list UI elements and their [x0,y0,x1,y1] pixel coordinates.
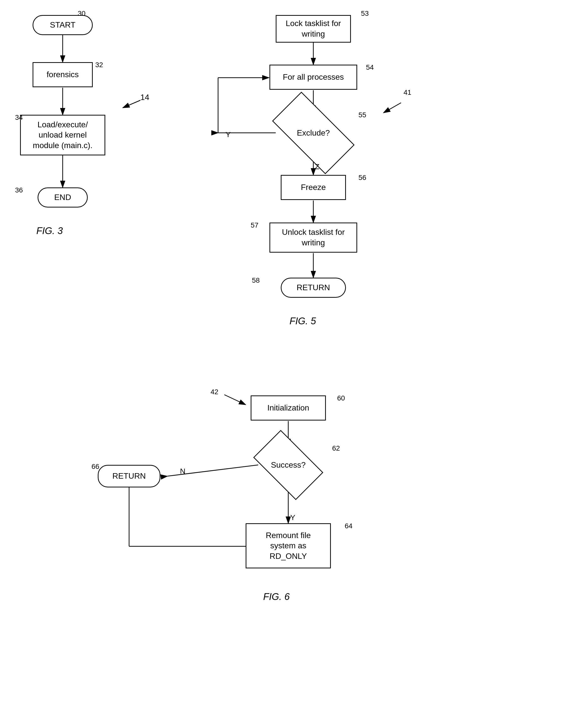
fig5-return-node: RETURN [281,278,346,298]
fig6-label-Y: Y [290,513,295,522]
fig6-return-node: RETURN [98,465,160,487]
fig3-start-label: START [50,20,75,30]
fig5-label-Y: Y [226,130,231,139]
fig5-lock-label: Lock tasklist for writing [286,18,341,39]
fig5-label-Z: Z [315,162,319,171]
fig5-exclude-label: Exclude? [297,128,330,138]
fig6-success-node: Success? [258,446,318,484]
fig5-unlock-node: Unlock tasklist for writing [269,223,357,253]
fig6-remount-label: Remount file system as RD_ONLY [266,530,311,562]
fig5-exclude-node: Exclude? [276,112,351,154]
fig6-label-66: 66 [91,463,99,471]
fig3-load-node: Load/execute/ unload kernel module (main… [20,115,105,155]
fig6-label-64: 64 [345,522,352,530]
fig5-label-57: 57 [251,221,258,229]
fig5-caption: FIG. 5 [290,316,316,327]
fig5-lock-node: Lock tasklist for writing [276,15,351,43]
fig5-return-label: RETURN [297,282,330,293]
fig6-return-label: RETURN [112,471,146,481]
fig5-unlock-label: Unlock tasklist for writing [282,227,345,248]
fig5-label-56: 56 [358,174,366,182]
fig5-label-54: 54 [366,63,374,71]
fig5-freeze-label: Freeze [301,182,326,193]
fig5-forall-label: For all processes [283,72,344,82]
fig5-forall-node: For all processes [269,65,357,90]
fig6-label-62: 62 [332,444,340,452]
fig3-load-label: Load/execute/ unload kernel module (main… [33,120,92,151]
fig5-label-53: 53 [361,10,369,18]
fig6-label-60: 60 [337,394,345,402]
fig6-success-label: Success? [271,460,306,470]
fig3-start-node: START [33,15,93,35]
fig5-label-58: 58 [252,276,260,284]
fig3-end-node: END [38,187,88,207]
fig5-label-41: 41 [404,88,411,96]
fig3-label-30: 30 [78,10,85,18]
fig5-label-55: 55 [358,111,366,119]
fig6-remount-node: Remount file system as RD_ONLY [246,523,331,568]
fig6-caption: FIG. 6 [263,591,290,602]
fig6-label-N: N [180,467,185,475]
fig6-init-node: Initialization [251,395,326,421]
fig3-label-36: 36 [15,186,23,194]
fig3-label-32: 32 [95,61,103,69]
fig3-forensics-label: forensics [47,69,79,80]
fig6-init-label: Initialization [267,403,309,413]
fig5-freeze-node: Freeze [281,175,346,200]
fig3-caption: FIG. 3 [36,226,63,236]
diagram-container: START forensics Load/execute/ unload ker… [0,0,568,728]
fig3-forensics-node: forensics [33,62,93,87]
fig6-label-42: 42 [211,388,218,396]
svg-line-19 [384,103,401,113]
fig3-end-label: END [54,192,71,203]
fig3-label-34: 34 [15,114,23,122]
label-14: 14 [140,93,149,102]
svg-line-18 [123,100,140,108]
svg-line-20 [224,395,246,405]
